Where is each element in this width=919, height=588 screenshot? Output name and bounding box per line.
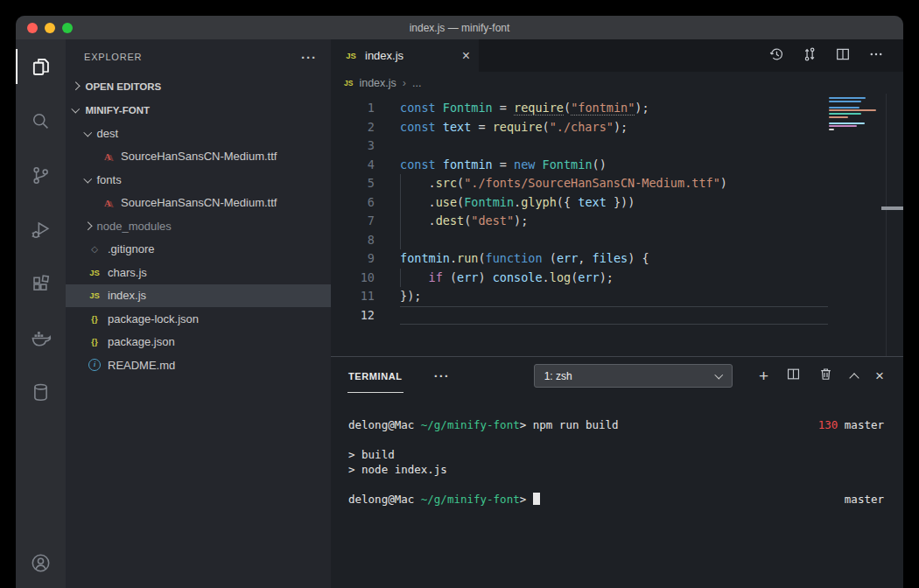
breadcrumb-file[interactable]: index.js bbox=[359, 77, 396, 89]
code-line-2: 2const text = require("./chars"); bbox=[331, 118, 903, 137]
braces-file-icon: {} bbox=[88, 314, 102, 324]
tree-item-label: dest bbox=[97, 127, 119, 140]
extensions-icon[interactable] bbox=[16, 256, 66, 311]
chevron-right-icon bbox=[72, 82, 80, 90]
tree-item-label: package-lock.json bbox=[108, 312, 199, 326]
tree-item-sourcehansanscn-medium-ttf[interactable]: ASourceHanSansCN-Medium.ttf bbox=[66, 145, 331, 169]
tree-item-package-lock-json[interactable]: {}package-lock.json bbox=[66, 307, 331, 331]
scrollbar-track bbox=[886, 94, 887, 356]
minimap-line bbox=[829, 109, 876, 111]
tree-item-label: SourceHanSansCN-Medium.ttf bbox=[121, 196, 277, 209]
split-editor-icon[interactable] bbox=[835, 46, 851, 66]
terminal-line: delong@Mac ~/g/minify-font> npm run buil… bbox=[348, 417, 884, 432]
titlebar[interactable]: index.js — minify-font bbox=[16, 16, 903, 39]
terminal-more-actions-icon[interactable]: ··· bbox=[434, 368, 450, 383]
line-number: 5 bbox=[331, 174, 375, 193]
tree-item-dest[interactable]: dest bbox=[66, 122, 331, 145]
code-editor[interactable]: 1const Fontmin = require("fontmin");2con… bbox=[331, 94, 903, 356]
tree-item-label: README.md bbox=[108, 359, 175, 372]
tree-item-label: chars.js bbox=[108, 266, 147, 279]
source-control-icon[interactable] bbox=[16, 148, 66, 202]
code-line-6: 6 .use(Fontmin.glyph({ text })) bbox=[331, 193, 903, 213]
tree-item-chars-js[interactable]: JSchars.js bbox=[66, 261, 331, 284]
scrollbar-handle[interactable] bbox=[881, 206, 903, 210]
file-tree: destASourceHanSansCN-Medium.ttffontsASou… bbox=[66, 122, 331, 377]
project-root-section[interactable]: MINIFY-FONT bbox=[66, 98, 331, 122]
sidebar-title: EXPLORER bbox=[84, 52, 301, 62]
chevron-right-icon bbox=[84, 222, 92, 230]
activity-bar bbox=[16, 39, 66, 588]
breadcrumb[interactable]: JS index.js › ... bbox=[331, 72, 903, 94]
terminal-output[interactable]: delong@Mac ~/g/minify-font> npm run buil… bbox=[331, 395, 903, 588]
database-icon[interactable] bbox=[16, 365, 66, 419]
explorer-more-actions-icon[interactable]: ··· bbox=[301, 50, 317, 65]
line-number: 9 bbox=[331, 249, 375, 269]
breadcrumb-symbol[interactable]: ... bbox=[412, 77, 421, 89]
line-number: 11 bbox=[331, 287, 375, 306]
editor-group: JS index.js × bbox=[331, 39, 903, 588]
traffic-lights bbox=[27, 16, 73, 39]
line-number: 8 bbox=[331, 231, 375, 250]
maximize-panel-icon[interactable] bbox=[849, 373, 859, 382]
panel-header: TERMINAL ··· 1: zsh + bbox=[331, 357, 903, 395]
tree-item-label: node_modules bbox=[97, 220, 172, 233]
code-line-5: 5 .src("./fonts/SourceHanSansCN-Medium.t… bbox=[331, 174, 903, 193]
terminal-line: > build bbox=[348, 447, 884, 462]
tree-item--gitignore[interactable]: ◇.gitignore bbox=[66, 238, 331, 262]
code-text: }); bbox=[400, 287, 421, 306]
split-terminal-icon[interactable] bbox=[786, 367, 801, 385]
code-text: if (err) console.log(err); bbox=[400, 269, 614, 288]
open-editors-section[interactable]: OPEN EDITORS bbox=[66, 74, 331, 98]
minimize-window-button[interactable] bbox=[45, 23, 55, 33]
tab-index-js[interactable]: JS index.js × bbox=[331, 39, 479, 72]
chevron-down-icon bbox=[72, 104, 80, 112]
tree-item-node-modules[interactable]: node_modules bbox=[66, 214, 331, 238]
line-number: 12 bbox=[331, 306, 375, 326]
close-panel-icon[interactable]: × bbox=[875, 368, 884, 383]
chevron-down-icon bbox=[84, 128, 92, 136]
tab-terminal[interactable]: TERMINAL bbox=[348, 371, 403, 382]
tree-item-readme-md[interactable]: iREADME.md bbox=[66, 354, 331, 377]
minimap-line bbox=[829, 122, 865, 124]
code-text: const text = require("./chars"); bbox=[400, 118, 628, 137]
tree-item-index-js[interactable]: JSindex.js bbox=[66, 284, 331, 308]
code-line-12: 12 bbox=[331, 306, 903, 326]
minimap-line bbox=[829, 125, 857, 127]
close-tab-icon[interactable]: × bbox=[462, 49, 470, 63]
code-text: const Fontmin = require("fontmin"); bbox=[400, 99, 649, 118]
search-icon[interactable] bbox=[16, 94, 66, 148]
tree-item-label: .gitignore bbox=[108, 242, 154, 256]
run-and-debug-icon[interactable] bbox=[16, 202, 66, 256]
account-icon[interactable] bbox=[16, 536, 66, 588]
minimap-line bbox=[829, 107, 859, 108]
code-line-4: 4const fontmin = new Fontmin() bbox=[331, 156, 903, 175]
line-number: 6 bbox=[331, 193, 375, 213]
code-line-8: 8 bbox=[331, 231, 903, 250]
zoom-window-button[interactable] bbox=[62, 23, 73, 33]
close-window-button[interactable] bbox=[27, 23, 38, 33]
explorer-icon[interactable] bbox=[16, 39, 66, 94]
terminal-line: > node index.js bbox=[348, 462, 884, 477]
tree-item-package-json[interactable]: {}package.json bbox=[66, 331, 331, 354]
kill-terminal-icon[interactable] bbox=[818, 367, 833, 385]
minimap-line bbox=[829, 97, 866, 99]
history-icon[interactable] bbox=[768, 46, 784, 66]
tree-item-sourcehansanscn-medium-ttf[interactable]: ASourceHanSansCN-Medium.ttf bbox=[66, 192, 331, 215]
tree-item-label: SourceHanSansCN-Medium.ttf bbox=[121, 150, 277, 163]
braces-file-icon: {} bbox=[88, 337, 102, 346]
font-file-icon: A bbox=[101, 198, 115, 208]
js-file-icon: JS bbox=[88, 268, 102, 277]
minimap[interactable] bbox=[829, 97, 881, 135]
window-title: index.js — minify-font bbox=[16, 22, 903, 34]
docker-icon[interactable] bbox=[16, 311, 66, 365]
explorer-sidebar: EXPLORER ··· OPEN EDITORS MINIFY-FONT de… bbox=[66, 39, 331, 588]
more-actions-icon[interactable] bbox=[868, 46, 884, 66]
line-number: 3 bbox=[331, 136, 375, 156]
open-changes-icon[interactable] bbox=[802, 46, 817, 66]
code-line-11: 11}); bbox=[331, 287, 903, 306]
terminal-shell-select[interactable]: 1: zsh bbox=[534, 364, 733, 388]
code-text: .use(Fontmin.glyph({ text })) bbox=[400, 193, 635, 213]
new-terminal-icon[interactable]: + bbox=[759, 368, 768, 384]
tree-item-fonts[interactable]: fonts bbox=[66, 168, 331, 192]
code-text: fontmin.run(function (err, files) { bbox=[400, 249, 649, 269]
